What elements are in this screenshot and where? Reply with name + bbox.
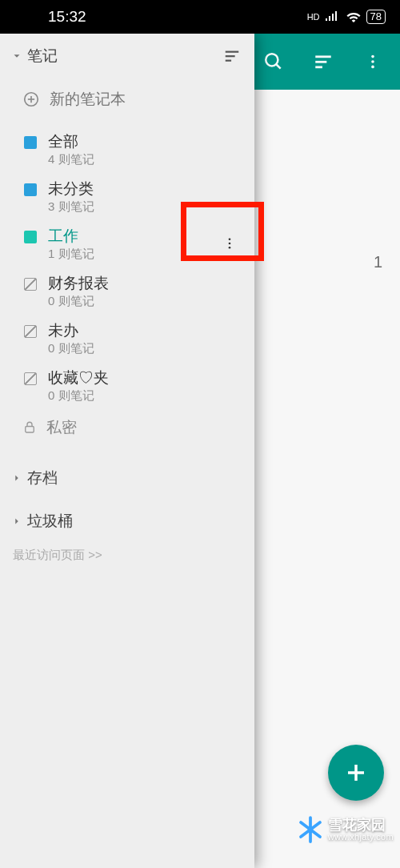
drawer-sort-button[interactable] — [218, 42, 246, 70]
svg-point-5 — [371, 55, 374, 58]
notebook-outline-icon — [24, 278, 37, 291]
search-icon — [263, 51, 284, 72]
sort-icon — [223, 47, 241, 65]
fab-add[interactable] — [328, 745, 384, 801]
notebook-count: 0 则笔记 — [48, 388, 109, 404]
svg-point-18 — [229, 246, 231, 248]
status-bar: 15:32 HD 78 — [0, 0, 400, 34]
notebook-outline-icon — [24, 325, 37, 338]
notebook-color-icon — [24, 231, 37, 243]
search-button[interactable] — [253, 41, 294, 82]
notebook-color-icon — [24, 183, 37, 196]
lock-icon — [22, 420, 37, 435]
status-time: 15:32 — [48, 8, 86, 26]
private-section[interactable]: 私密 — [0, 410, 254, 445]
notebook-name: 未办 — [48, 322, 94, 340]
trash-label: 垃圾桶 — [27, 511, 73, 532]
more-vert-icon — [364, 53, 382, 70]
more-vert-icon — [222, 236, 237, 251]
section-notes-header[interactable]: 笔记 — [0, 34, 254, 78]
notebook-count: 1 则笔记 — [48, 247, 94, 262]
notebook-color-icon — [24, 136, 37, 149]
notebook-item-5[interactable]: 收藏♡夹0 则笔记 — [0, 363, 254, 410]
svg-rect-11 — [226, 55, 235, 57]
chevron-down-icon — [8, 50, 26, 62]
svg-rect-4 — [315, 66, 322, 68]
svg-rect-3 — [315, 61, 326, 63]
watermark-title: 雪花家园 — [328, 818, 394, 833]
notebook-item-0[interactable]: 全部4 则笔记 — [0, 127, 254, 174]
notebook-name: 收藏♡夹 — [48, 369, 109, 387]
notebook-name: 工作 — [48, 227, 94, 245]
notebook-more-button[interactable] — [222, 236, 237, 254]
main-content: 1 — [254, 90, 400, 868]
signal-icon — [325, 11, 341, 22]
private-label: 私密 — [46, 417, 77, 438]
svg-point-17 — [229, 242, 231, 244]
notebook-count: 3 则笔记 — [48, 199, 94, 215]
notebook-count: 4 则笔记 — [48, 152, 94, 167]
add-circle-icon — [22, 90, 40, 108]
svg-rect-10 — [226, 51, 239, 53]
svg-rect-12 — [226, 60, 231, 62]
notebook-item-4[interactable]: 未办0 则笔记 — [0, 315, 254, 363]
svg-point-6 — [371, 60, 374, 63]
status-hd: HD — [307, 13, 320, 22]
section-archive[interactable]: 存档 — [0, 456, 254, 500]
svg-point-16 — [229, 238, 231, 240]
svg-rect-2 — [315, 55, 331, 58]
new-notebook-button[interactable]: 新的笔记本 — [0, 78, 254, 120]
page-count: 1 — [374, 253, 382, 271]
notebook-name: 全部 — [48, 133, 94, 151]
nav-drawer: 笔记 新的笔记本 全部4 则笔记未分类3 则笔记工作1 则笔记财务报表0 则笔记… — [0, 34, 254, 868]
chevron-right-icon — [8, 472, 26, 484]
svg-point-20 — [307, 827, 313, 833]
wifi-icon — [346, 11, 362, 22]
notebook-item-1[interactable]: 未分类3 则笔记 — [0, 174, 254, 221]
overflow-button[interactable] — [352, 41, 394, 82]
snowflake-icon — [296, 815, 325, 844]
watermark: 雪花家园 www.xhjaty.com — [296, 815, 394, 844]
sort-button[interactable] — [302, 41, 344, 82]
notebook-name: 财务报表 — [48, 275, 109, 292]
notebook-name: 未分类 — [48, 180, 94, 198]
section-notes-title: 笔记 — [27, 46, 218, 66]
notebook-item-3[interactable]: 财务报表0 则笔记 — [0, 268, 254, 315]
svg-rect-19 — [26, 427, 34, 433]
notebook-count: 0 则笔记 — [48, 341, 94, 356]
new-notebook-label: 新的笔记本 — [50, 89, 126, 110]
svg-rect-9 — [348, 771, 364, 774]
svg-point-0 — [266, 54, 278, 66]
notebook-count: 0 则笔记 — [48, 294, 109, 309]
svg-point-7 — [371, 66, 374, 69]
recent-pages-link[interactable]: 最近访问页面 >> — [0, 543, 254, 563]
notebook-item-2[interactable]: 工作1 则笔记 — [0, 221, 254, 268]
section-trash[interactable]: 垃圾桶 — [0, 500, 254, 543]
chevron-right-icon — [8, 516, 26, 527]
notebook-outline-icon — [24, 372, 37, 385]
battery-indicator: 78 — [366, 10, 386, 24]
sort-icon — [313, 51, 334, 72]
archive-label: 存档 — [27, 468, 58, 488]
plus-icon — [344, 761, 368, 785]
watermark-url: www.xhjaty.com — [328, 833, 394, 842]
svg-line-1 — [276, 64, 280, 68]
